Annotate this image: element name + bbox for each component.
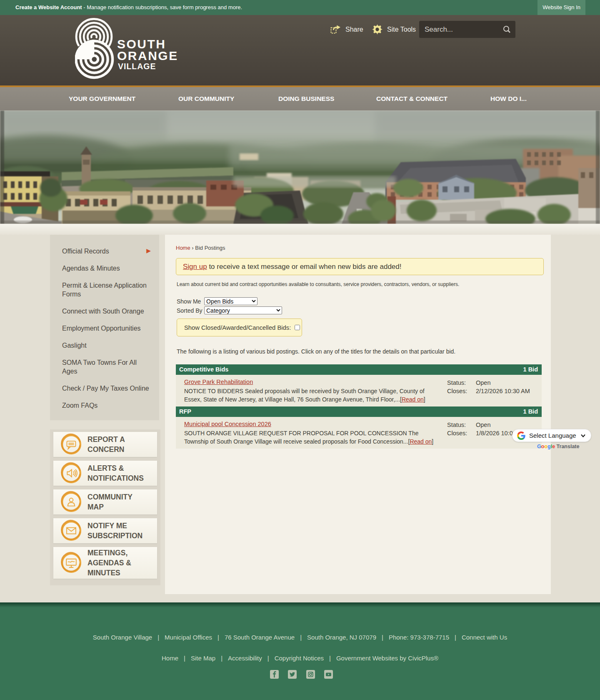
svg-text:VILLAGE: VILLAGE	[118, 62, 156, 71]
svg-text:ORANGE: ORANGE	[117, 49, 178, 63]
